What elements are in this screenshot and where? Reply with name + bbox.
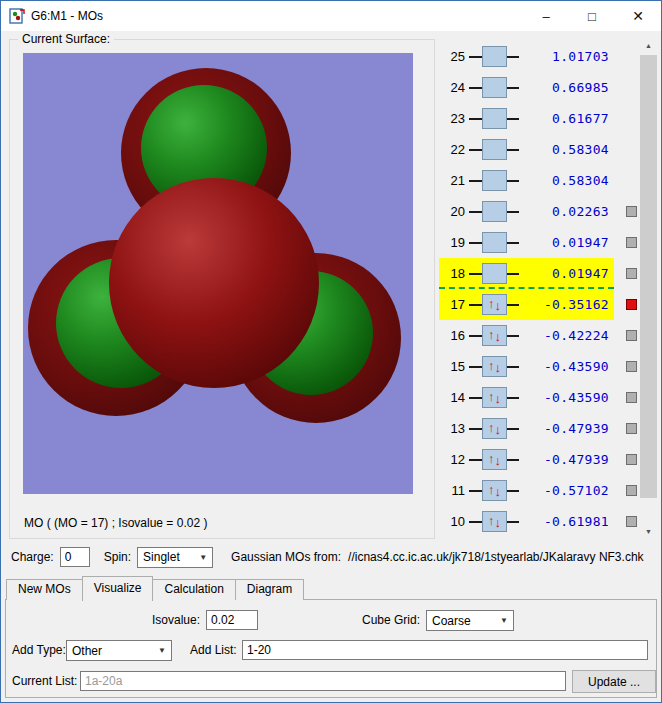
mo-orbital-box[interactable]: ↑ ↓ — [482, 139, 507, 160]
mo-orbital-box[interactable]: ↑ ↓ — [482, 356, 507, 377]
mo-row-main[interactable]: 11 ↑ ↓ -0.57102 — [439, 475, 614, 506]
mo-orbital-box[interactable]: ↑ ↓ — [482, 170, 507, 191]
mo-checkbox[interactable] — [626, 516, 637, 527]
current-list-input[interactable] — [80, 671, 566, 691]
mo-row-main[interactable]: 14 ↑ ↓ -0.43590 — [439, 382, 614, 413]
mo-energy-value: 0.01947 — [519, 235, 609, 250]
mo-row-main[interactable]: 19 ↑ ↓ 0.01947 — [439, 227, 614, 258]
mo-orbital-box[interactable]: ↑ ↓ — [482, 294, 507, 315]
mo-orbital-box[interactable]: ↑ ↓ — [482, 263, 507, 284]
mo-checkbox[interactable] — [626, 206, 637, 217]
mo-row: 20 ↑ ↓ 0.02263 — [439, 196, 639, 227]
mo-orbital-box[interactable]: ↑ ↓ — [482, 480, 507, 501]
mo-number: 22 — [441, 142, 469, 157]
mo-orbital-box[interactable]: ↑ ↓ — [482, 387, 507, 408]
energy-level-line — [507, 521, 519, 523]
energy-level-line — [469, 273, 482, 275]
spin-select[interactable]: Singlet ▼ — [137, 547, 213, 568]
mo-row: 21 ↑ ↓ 0.58304 — [439, 165, 639, 196]
mo-row-main[interactable]: 22 ↑ ↓ 0.58304 — [439, 134, 614, 165]
mo-checkbox[interactable] — [626, 330, 637, 341]
mo-orbital-box[interactable]: ↑ ↓ — [482, 77, 507, 98]
energy-level-line — [507, 397, 519, 399]
energy-level-line — [507, 242, 519, 244]
isovalue-input[interactable] — [206, 610, 258, 630]
mo-row-main[interactable]: 24 ↑ ↓ 0.66985 — [439, 72, 614, 103]
mo-row-main[interactable]: 21 ↑ ↓ 0.58304 — [439, 165, 614, 196]
mo-row-main[interactable]: 23 ↑ ↓ 0.61677 — [439, 103, 614, 134]
scrollbar[interactable]: ▲ ▼ — [640, 37, 657, 540]
mo-checkbox[interactable] — [626, 392, 637, 403]
spin-down-arrow-icon: ↓ — [495, 516, 502, 529]
maximize-button[interactable]: □ — [569, 1, 615, 31]
isovalue-label: Isovalue: — [140, 610, 200, 631]
charge-input[interactable] — [60, 547, 90, 567]
mo-number: 10 — [441, 514, 469, 529]
mo-row-main[interactable]: 17 ↑ ↓ -0.35162 — [439, 289, 614, 320]
tab-new-mos[interactable]: New MOs — [6, 579, 83, 600]
energy-level-line — [469, 211, 482, 213]
mo-orbital-box[interactable]: ↑ ↓ — [482, 418, 507, 439]
mo-checkbox[interactable] — [626, 237, 637, 248]
energy-level-line — [507, 56, 519, 58]
mo-orbital-box[interactable]: ↑ ↓ — [482, 325, 507, 346]
dialog-content: Current Surface: MO ( (MO = 17) ; Isoval… — [1, 31, 661, 702]
update-button[interactable]: Update ... — [572, 670, 656, 693]
cube-grid-value: Coarse — [432, 614, 471, 628]
mo-number: 20 — [441, 204, 469, 219]
tab-diagram[interactable]: Diagram — [235, 579, 304, 600]
mo-row-main[interactable]: 16 ↑ ↓ -0.42224 — [439, 320, 614, 351]
mo-row-main[interactable]: 13 ↑ ↓ -0.47939 — [439, 413, 614, 444]
mo-row-main[interactable]: 18 ↑ ↓ 0.01947 — [439, 258, 614, 289]
mo-row: 14 ↑ ↓ -0.43590 — [439, 382, 639, 413]
energy-level-line — [507, 273, 519, 275]
window-title: G6:M1 - MOs — [31, 9, 103, 23]
scroll-up-button[interactable]: ▲ — [640, 37, 657, 54]
chevron-down-icon: ▼ — [194, 553, 212, 562]
window-controls: – □ ✕ — [523, 1, 661, 31]
mo-energy-value: 0.66985 — [519, 80, 609, 95]
mo-row-main[interactable]: 15 ↑ ↓ -0.43590 — [439, 351, 614, 382]
spin-down-arrow-icon: ↓ — [495, 299, 502, 312]
mo-number: 14 — [441, 390, 469, 405]
mo-orbital-box[interactable]: ↑ ↓ — [482, 108, 507, 129]
add-type-select[interactable]: Other ▼ — [66, 640, 172, 661]
mo-orbital-box[interactable]: ↑ ↓ — [482, 511, 507, 532]
energy-level-line — [469, 397, 482, 399]
mo-checkbox[interactable] — [626, 361, 637, 372]
scroll-down-button[interactable]: ▼ — [640, 523, 657, 540]
mo-row: 13 ↑ ↓ -0.47939 — [439, 413, 639, 444]
mo-checkbox[interactable] — [626, 454, 637, 465]
add-list-input[interactable] — [242, 640, 648, 660]
cube-grid-select[interactable]: Coarse ▼ — [426, 610, 514, 631]
tab-calculation[interactable]: Calculation — [152, 579, 235, 600]
energy-level-line — [507, 118, 519, 120]
mo-orbital-box[interactable]: ↑ ↓ — [482, 46, 507, 67]
tab-visualize[interactable]: Visualize — [82, 576, 154, 601]
molecule-viewer[interactable] — [23, 53, 413, 494]
mo-row-main[interactable]: 10 ↑ ↓ -0.61981 — [439, 506, 614, 537]
mo-orbital-box[interactable]: ↑ ↓ — [482, 232, 507, 253]
scrollbar-thumb[interactable] — [640, 55, 657, 498]
mo-checkbox[interactable] — [626, 423, 637, 434]
minimize-button[interactable]: – — [523, 1, 569, 31]
mo-energy-value: 0.58304 — [519, 142, 609, 157]
source-label: Gaussian MOs from: — [231, 550, 341, 564]
energy-level-line — [469, 490, 482, 492]
mo-orbital-box[interactable]: ↑ ↓ — [482, 449, 507, 470]
mo-checkbox[interactable] — [626, 268, 637, 279]
spin-value: Singlet — [143, 550, 180, 564]
mo-row: 12 ↑ ↓ -0.47939 — [439, 444, 639, 475]
add-list-label: Add List: — [190, 640, 237, 661]
spin-down-arrow-icon: ↓ — [495, 392, 502, 405]
mo-energy-value: 0.58304 — [519, 173, 609, 188]
close-button[interactable]: ✕ — [615, 1, 661, 31]
mo-number: 24 — [441, 80, 469, 95]
mo-row: 10 ↑ ↓ -0.61981 — [439, 506, 639, 537]
mo-orbital-box[interactable]: ↑ ↓ — [482, 201, 507, 222]
mo-row-main[interactable]: 12 ↑ ↓ -0.47939 — [439, 444, 614, 475]
mo-row-main[interactable]: 25 ↑ ↓ 1.01703 — [439, 41, 614, 72]
mo-checkbox[interactable] — [626, 485, 637, 496]
mo-checkbox[interactable] — [626, 299, 637, 310]
mo-row-main[interactable]: 20 ↑ ↓ 0.02263 — [439, 196, 614, 227]
